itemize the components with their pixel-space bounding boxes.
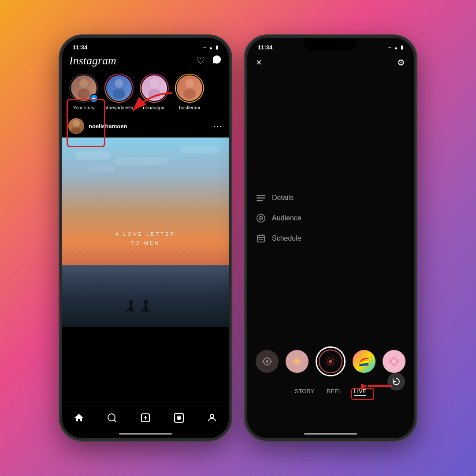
live-header: × ⚙ [247, 52, 414, 72]
story-shreya[interactable]: shreyadaleša [104, 74, 134, 110]
live-menu-schedule[interactable]: Schedule [256, 228, 301, 249]
status-icons-left: ··· ▲ ▮ [202, 45, 218, 50]
story-add-btn[interactable]: + [89, 94, 98, 103]
status-icons-right: ··· ▲ ▮ [387, 45, 403, 50]
shreya-avatar-wrap [104, 74, 134, 103]
camera-modes [247, 346, 414, 376]
home-indicator-left [119, 433, 172, 435]
mode-live[interactable]: LIVE [354, 388, 366, 396]
svg-line-18 [147, 308, 149, 312]
ig-logo: Instagram [69, 54, 116, 67]
ig-header-icons: ♡ [196, 55, 222, 67]
svg-line-20 [114, 420, 116, 422]
cam-mode-sun[interactable] [286, 350, 309, 373]
story-your-story[interactable]: + Your story [69, 74, 98, 110]
schedule-label: Schedule [272, 234, 301, 242]
live-settings-btn[interactable]: ⚙ [397, 57, 405, 68]
post-username: noellehamoen [89, 123, 127, 130]
flip-camera-btn[interactable] [387, 373, 405, 390]
battery-icon-right: ▮ [401, 45, 403, 50]
svg-point-26 [178, 417, 179, 419]
right-phone: 11:34 ··· ▲ ▮ × ⚙ Detail [245, 35, 416, 441]
cam-mode-rainbow[interactable] [353, 350, 376, 373]
post-text-line1: A LOVE LETTER [115, 231, 175, 238]
svg-point-6 [185, 79, 194, 88]
svg-rect-38 [259, 239, 260, 240]
shreya-ring [104, 74, 134, 103]
stories-row: + Your story shreyadale [62, 71, 229, 115]
live-center-inner [319, 350, 342, 373]
svg-point-33 [260, 218, 262, 219]
svg-point-1 [78, 89, 90, 99]
post-more-btn[interactable]: ··· [213, 122, 223, 131]
nav-reels[interactable] [174, 413, 184, 426]
nav-add[interactable] [140, 413, 151, 426]
signal-icon-right: ··· [387, 45, 391, 50]
nona-avatar-wrap [140, 74, 169, 103]
signal-icon: ··· [202, 45, 206, 50]
wifi-icon: ▲ [208, 45, 213, 50]
time-left: 11:34 [73, 44, 87, 51]
svg-point-0 [79, 79, 88, 88]
cam-mode-flower[interactable] [383, 350, 405, 373]
svg-line-17 [142, 308, 145, 312]
live-menu-audience[interactable]: Audience [256, 208, 301, 228]
post-user: noellehamoen [68, 118, 127, 134]
post-text-line2: TO MEN [115, 239, 175, 247]
nav-search[interactable] [107, 413, 117, 426]
live-screen: 11:34 ··· ▲ ▮ × ⚙ Detail [247, 38, 414, 438]
your-story-avatar-wrap: + [69, 74, 98, 103]
ig-header: Instagram ♡ [62, 52, 229, 71]
messenger-icon[interactable] [212, 55, 222, 67]
svg-point-11 [129, 300, 133, 304]
mode-reel[interactable]: REEL [327, 388, 342, 396]
svg-point-46 [294, 359, 300, 364]
svg-point-19 [108, 414, 115, 421]
live-menu-list: Details Audience [256, 188, 301, 249]
svg-point-27 [210, 414, 214, 418]
story-hustle[interactable]: hustlerani [175, 74, 204, 110]
nona-avatar [141, 74, 168, 102]
schedule-icon [256, 234, 266, 243]
svg-point-7 [183, 89, 196, 99]
svg-line-13 [127, 308, 130, 312]
nona-label: nonauppal [143, 105, 165, 110]
cam-mode-live-center[interactable] [316, 346, 346, 376]
live-close-btn[interactable]: × [256, 57, 262, 68]
home-indicator-right [304, 433, 357, 435]
svg-point-9 [73, 120, 80, 127]
time-right: 11:34 [258, 44, 272, 51]
svg-point-10 [71, 127, 82, 134]
svg-rect-34 [257, 235, 264, 242]
hustle-label: hustlerani [179, 105, 200, 110]
cam-mode-bokeh[interactable] [256, 350, 279, 373]
hustle-ring [175, 74, 204, 103]
post-image: A LOVE LETTER TO MEN [62, 138, 229, 327]
svg-line-14 [132, 308, 134, 312]
your-story-label: Your story [73, 105, 94, 110]
svg-point-41 [266, 360, 268, 363]
post-text-overlay: A LOVE LETTER TO MEN [115, 231, 175, 247]
post-avatar [68, 118, 84, 134]
details-icon [256, 193, 266, 203]
story-nona[interactable]: nonauppal [140, 74, 169, 110]
hustle-avatar [176, 74, 203, 102]
post-header: noellehamoen ··· [62, 115, 229, 138]
svg-point-3 [113, 89, 125, 99]
svg-point-15 [144, 300, 148, 304]
battery-icon: ▮ [216, 45, 218, 50]
svg-rect-30 [257, 200, 263, 201]
audience-icon [256, 213, 266, 223]
shreya-label: shreyadaleša [104, 105, 133, 110]
shreya-avatar [105, 74, 133, 102]
svg-rect-28 [257, 195, 265, 196]
status-bar-left: 11:34 ··· ▲ ▮ [62, 38, 229, 52]
svg-point-2 [115, 79, 123, 88]
live-menu-details[interactable]: Details [256, 188, 301, 208]
nav-profile[interactable] [207, 413, 217, 426]
nav-home[interactable] [74, 413, 84, 426]
wifi-icon-right: ▲ [394, 45, 398, 50]
nona-ring [140, 74, 169, 103]
heart-icon[interactable]: ♡ [196, 55, 205, 67]
mode-story[interactable]: STORY [295, 388, 314, 396]
